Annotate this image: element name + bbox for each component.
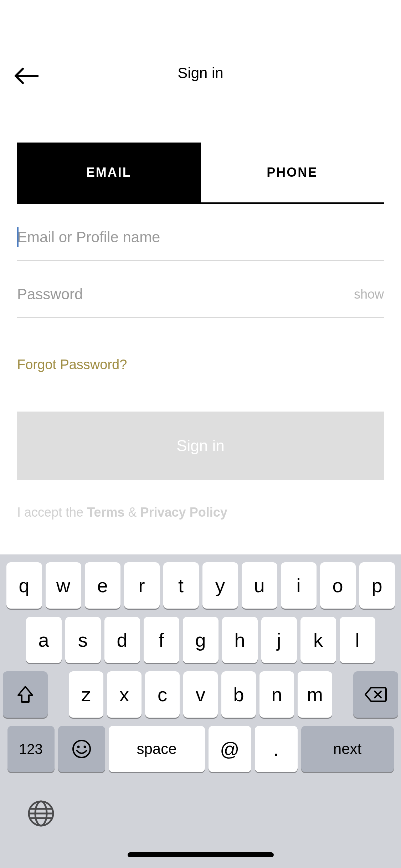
signin-form: show Forgot Password? Sign in I accept t… (17, 204, 384, 520)
keyboard-row-1: q w e r t y u i o p (3, 562, 398, 609)
globe-button[interactable] (27, 800, 55, 829)
key-z[interactable]: z (69, 671, 103, 718)
arrow-left-icon (14, 67, 38, 85)
tab-phone[interactable]: PHONE (201, 143, 384, 202)
backspace-key[interactable] (353, 671, 398, 718)
dot-key[interactable]: . (255, 726, 298, 772)
key-f[interactable]: f (144, 617, 179, 663)
key-w[interactable]: w (46, 562, 81, 609)
globe-icon (27, 800, 55, 827)
shift-key[interactable] (3, 671, 48, 718)
key-i[interactable]: i (281, 562, 317, 609)
key-y[interactable]: y (202, 562, 238, 609)
space-key[interactable]: space (109, 726, 205, 772)
key-s[interactable]: s (65, 617, 101, 663)
key-u[interactable]: u (242, 562, 277, 609)
privacy-link[interactable]: Privacy Policy (140, 505, 227, 520)
home-indicator[interactable] (128, 852, 274, 857)
auth-tabs: EMAIL PHONE (17, 143, 384, 204)
signin-button[interactable]: Sign in (17, 412, 384, 480)
svg-point-0 (73, 740, 90, 758)
key-c[interactable]: c (145, 671, 180, 718)
header: Sign in (0, 0, 401, 110)
emoji-icon (72, 739, 92, 759)
key-v[interactable]: v (183, 671, 218, 718)
key-r[interactable]: r (124, 562, 160, 609)
key-spacer (51, 671, 65, 718)
disclaimer-text: I accept the Terms & Privacy Policy (17, 505, 384, 520)
email-field-wrap (17, 204, 384, 261)
numeric-key[interactable]: 123 (7, 726, 55, 772)
keyboard-row-2: a s d f g h j k l (3, 617, 398, 663)
at-key[interactable]: @ (209, 726, 251, 772)
svg-point-2 (83, 746, 86, 748)
key-b[interactable]: b (221, 671, 256, 718)
emoji-key[interactable] (58, 726, 105, 772)
key-m[interactable]: m (298, 671, 332, 718)
terms-link[interactable]: Terms (87, 505, 124, 520)
back-button[interactable] (14, 67, 38, 85)
key-k[interactable]: k (300, 617, 336, 663)
shift-icon (17, 686, 34, 703)
forgot-password-link[interactable]: Forgot Password? (17, 357, 384, 372)
tab-email[interactable]: EMAIL (17, 143, 201, 202)
key-g[interactable]: g (183, 617, 219, 663)
svg-point-1 (77, 746, 79, 748)
disclaimer-amp: & (125, 505, 140, 520)
keyboard-row-3: z x c v b n m (3, 671, 398, 718)
show-password-button[interactable]: show (347, 287, 384, 302)
key-p[interactable]: p (359, 562, 395, 609)
key-q[interactable]: q (6, 562, 42, 609)
next-key[interactable]: next (301, 726, 394, 772)
key-h[interactable]: h (222, 617, 258, 663)
key-l[interactable]: l (340, 617, 375, 663)
key-x[interactable]: x (107, 671, 142, 718)
key-n[interactable]: n (259, 671, 294, 718)
key-t[interactable]: t (163, 562, 199, 609)
key-a[interactable]: a (26, 617, 62, 663)
soft-keyboard: q w e r t y u i o p a s d f g h j k l z … (0, 554, 401, 868)
backspace-icon (365, 686, 387, 703)
password-field-wrap: show (17, 261, 384, 318)
text-caret (17, 227, 19, 247)
email-input[interactable] (17, 229, 384, 246)
page-title: Sign in (178, 64, 223, 82)
key-o[interactable]: o (320, 562, 356, 609)
disclaimer-prefix: I accept the (17, 505, 87, 520)
key-j[interactable]: j (261, 617, 297, 663)
keyboard-row-4: 123 space @ . next (3, 726, 398, 772)
key-spacer (336, 671, 350, 718)
password-input[interactable] (17, 286, 347, 303)
key-d[interactable]: d (104, 617, 140, 663)
key-e[interactable]: e (85, 562, 120, 609)
